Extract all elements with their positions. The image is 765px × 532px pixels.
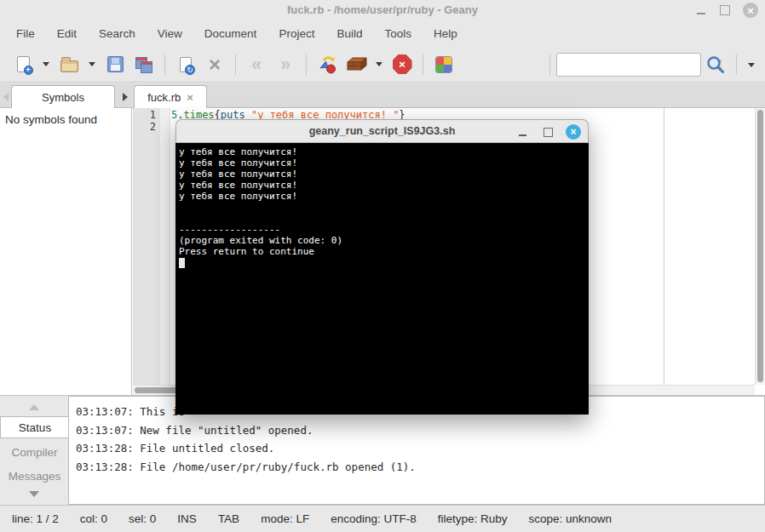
menu-build[interactable]: Build <box>325 23 373 44</box>
close-document-button[interactable]: × <box>200 50 229 79</box>
fold-margin <box>160 108 170 385</box>
back-icon: « <box>251 56 262 73</box>
menu-help[interactable]: Help <box>423 23 469 44</box>
statusbar-sel: sel: 0 <box>129 512 156 525</box>
status-message: 03:13:07: New file "untitled" opened. <box>76 421 757 440</box>
plus-icon: + <box>24 66 33 75</box>
menu-document[interactable]: Document <box>193 23 268 44</box>
new-document-button[interactable]: + <box>9 50 37 79</box>
stop-icon: × <box>393 54 412 74</box>
statusbar: line: 1 / 2 col: 0 sel: 0 INS TAB mode: … <box>0 505 765 532</box>
close-document-icon: × <box>209 55 221 74</box>
terminal-cursor <box>179 258 185 268</box>
terminal-line: у тебя все получится! <box>179 169 585 180</box>
tabs-scroll-down-icon[interactable] <box>0 491 68 497</box>
chevron-down-icon <box>748 63 755 67</box>
terminal-exit-message: (program exited with code: 0) <box>179 235 585 246</box>
new-document-icon: + <box>17 56 30 72</box>
maximize-button[interactable] <box>717 3 733 18</box>
terminal-blank-line <box>179 202 585 213</box>
open-file-button[interactable] <box>55 50 83 79</box>
tab-compiler[interactable]: Compiler <box>0 441 69 463</box>
terminal-output[interactable]: у тебя все получится! у тебя все получит… <box>175 143 589 415</box>
navigate-forward-button[interactable]: » <box>271 50 300 79</box>
statusbar-tab-mode: TAB <box>218 512 239 525</box>
toolbar-separator <box>549 54 550 75</box>
statusbar-eol-mode: mode: LF <box>261 512 309 525</box>
terminal-line: у тебя все получится! <box>179 191 585 202</box>
search-magnifier-icon <box>705 54 726 75</box>
tab-status[interactable]: Status <box>0 416 69 438</box>
tabs-scroll-up-icon[interactable] <box>0 404 68 410</box>
save-icon <box>107 56 124 72</box>
terminal-titlebar[interactable]: geany_run_script_IS9JG3.sh × <box>175 119 589 143</box>
revert-icon: ↻ <box>180 57 192 72</box>
forward-icon: » <box>280 56 290 73</box>
vertical-scrollbar-thumb[interactable] <box>757 110 763 382</box>
chevron-down-icon <box>43 62 49 66</box>
color-chooser-button[interactable] <box>429 50 458 79</box>
toolbar: + ↻ × « » <box>0 47 765 83</box>
toolbar-overflow-button[interactable] <box>743 50 760 79</box>
menu-tools[interactable]: Tools <box>373 23 423 44</box>
tab-close-icon[interactable]: × <box>187 92 193 103</box>
toolbar-separator <box>306 54 307 75</box>
save-all-icon <box>131 52 157 77</box>
tab-file-label: fuck.rb <box>147 91 181 104</box>
terminal-blank-line <box>179 213 585 224</box>
close-button[interactable]: × <box>743 3 758 18</box>
tab-symbols-label: Symbols <box>42 91 84 104</box>
terminal-prompt: Press return to continue <box>179 246 585 257</box>
compile-button[interactable] <box>313 50 342 79</box>
revert-button[interactable]: ↻ <box>171 50 200 79</box>
message-window-tabs: Status Compiler Messages <box>0 396 68 505</box>
save-all-button[interactable] <box>129 50 158 79</box>
sidebar-tab-scroll-left-icon[interactable] <box>3 93 9 101</box>
terminal-line: у тебя все получится! <box>179 180 585 191</box>
terminal-maximize-button[interactable] <box>540 124 555 140</box>
statusbar-encoding: encoding: UTF-8 <box>331 512 417 525</box>
tab-strip: Symbols fuck.rb × <box>0 83 765 108</box>
terminal-line: у тебя все получится! <box>179 157 585 169</box>
find-button[interactable] <box>701 50 730 79</box>
stop-button[interactable]: × <box>388 50 417 79</box>
build-dropdown[interactable] <box>371 50 388 79</box>
toolbar-separator <box>423 54 423 75</box>
terminal-line: у тебя все получится! <box>179 146 585 157</box>
statusbar-ins-mode: INS <box>177 512 197 525</box>
tab-symbols[interactable]: Symbols <box>11 85 115 108</box>
compile-icon <box>316 54 338 76</box>
terminal-minimize-button[interactable] <box>515 124 530 140</box>
line-number: 2 <box>133 121 156 133</box>
terminal-close-button[interactable]: × <box>566 124 581 140</box>
menu-view[interactable]: View <box>147 23 193 44</box>
statusbar-col: col: 0 <box>80 512 107 525</box>
new-document-dropdown[interactable] <box>37 50 55 79</box>
open-folder-icon <box>60 60 78 72</box>
save-button[interactable] <box>101 50 129 79</box>
terminal-window: geany_run_script_IS9JG3.sh × у тебя все … <box>175 119 589 415</box>
sidebar-tab-scroll-right-icon[interactable] <box>123 93 128 101</box>
statusbar-line: line: 1 / 2 <box>12 512 59 525</box>
menu-search[interactable]: Search <box>88 23 147 44</box>
toolbar-search-group: × <box>544 50 760 79</box>
chevron-down-icon <box>376 62 382 66</box>
menu-file[interactable]: File <box>5 23 46 44</box>
toolbar-separator <box>235 54 236 75</box>
menu-project[interactable]: Project <box>267 23 325 44</box>
navigate-back-button[interactable]: « <box>242 50 271 79</box>
tab-fuck-rb[interactable]: fuck.rb × <box>134 85 207 108</box>
statusbar-scope: scope: unknown <box>529 512 613 525</box>
color-chooser-icon <box>435 56 452 73</box>
terminal-separator: ------------------ <box>179 224 585 235</box>
status-message: 03:13:28: File untitled closed. <box>76 439 757 458</box>
status-message: 03:13:28: File /home/user/pr/ruby/fuck.r… <box>76 458 757 477</box>
build-button[interactable] <box>342 50 371 79</box>
tab-messages[interactable]: Messages <box>0 465 69 487</box>
minimize-button[interactable] <box>693 3 709 18</box>
menubar: File Edit Search View Document Project B… <box>0 20 765 47</box>
open-file-dropdown[interactable] <box>83 50 101 79</box>
menu-edit[interactable]: Edit <box>46 23 88 44</box>
search-input[interactable] <box>557 54 717 75</box>
vertical-scrollbar[interactable] <box>755 108 765 385</box>
